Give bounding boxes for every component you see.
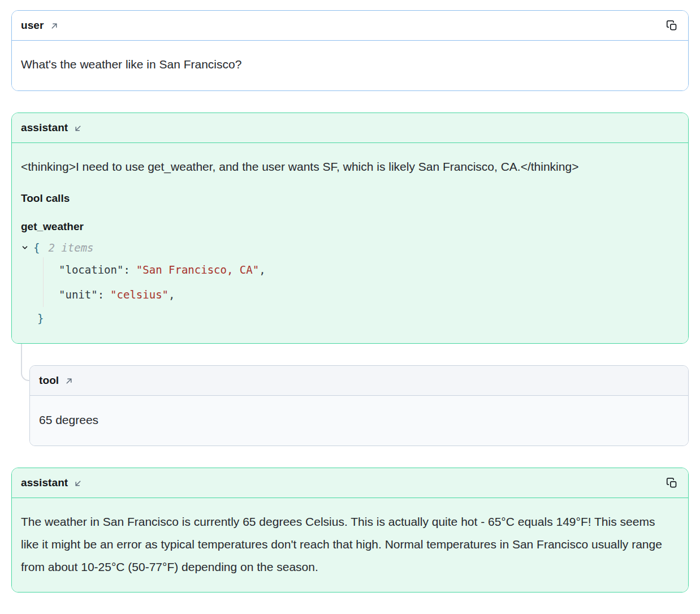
copy-button[interactable]: [665, 476, 679, 490]
tool-call-args-json-viewer: { 2 items "location": "San Francisco, CA…: [21, 238, 675, 330]
message-content-user: What's the weather like in San Francisco…: [12, 41, 688, 90]
thinking-text: <thinking>I need to use get_weather, and…: [21, 155, 675, 178]
arrow-down-left-icon: [73, 123, 83, 133]
message-content-assistant-1: <thinking>I need to use get_weather, and…: [12, 143, 688, 343]
copy-button[interactable]: [665, 19, 679, 33]
message-card-tool: tool 65 degrees: [29, 365, 689, 446]
json-value: "San Francisco, CA": [136, 261, 259, 278]
json-children: "location": "San Francisco, CA" , "unit"…: [43, 257, 675, 307]
arrow-down-left-icon: [73, 478, 83, 488]
arrow-up-right-icon: [49, 21, 59, 31]
message-header-assistant-1: assistant: [12, 113, 688, 143]
copy-icon: [666, 20, 678, 32]
json-key: "location":: [59, 261, 130, 278]
collapse-toggle[interactable]: [21, 244, 33, 252]
message-card-assistant-1: assistant <thinking>I need to use get_we…: [11, 113, 689, 344]
message-content-assistant-2: The weather in San Francisco is currentl…: [12, 498, 688, 592]
json-key: "unit":: [59, 286, 104, 303]
message-header-user: user: [12, 11, 688, 41]
role-label: assistant: [21, 120, 68, 135]
json-arg-row: "location": "San Francisco, CA" ,: [59, 257, 675, 282]
role-label: assistant: [21, 475, 68, 490]
conversation-thread: user What's the weather like in San Fran…: [0, 0, 700, 603]
json-value: "celsius": [110, 286, 168, 303]
tool-calls-label: Tool calls: [21, 192, 675, 205]
json-comma: ,: [259, 261, 265, 278]
role-label: user: [21, 18, 44, 33]
copy-icon: [666, 477, 678, 489]
arrow-up-right-icon: [64, 376, 74, 386]
close-brace: }: [37, 310, 44, 327]
message-card-user: user What's the weather like in San Fran…: [11, 10, 689, 91]
tool-message-wrapper: tool 65 degrees: [29, 365, 689, 446]
message-header-tool: tool: [30, 366, 688, 396]
message-header-assistant-2: assistant: [12, 468, 688, 498]
message-card-assistant-2: assistant The weather in San Francisco i…: [11, 468, 689, 593]
message-content-tool: 65 degrees: [30, 396, 688, 446]
open-brace: {: [33, 239, 40, 256]
tool-call-name: get_weather: [21, 220, 675, 234]
chevron-down-icon: [21, 244, 29, 252]
json-arg-row: "unit": "celsius" ,: [59, 282, 675, 307]
json-comma: ,: [168, 286, 175, 303]
tool-connector-line: [21, 344, 30, 381]
role-label: tool: [39, 373, 59, 388]
items-count: 2 items: [48, 239, 93, 256]
json-root-line: { 2 items: [21, 238, 675, 257]
json-close-line: }: [37, 307, 675, 330]
